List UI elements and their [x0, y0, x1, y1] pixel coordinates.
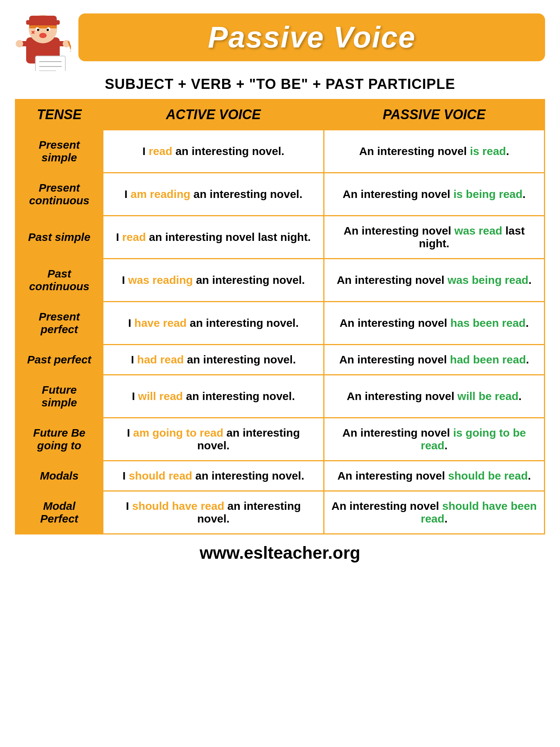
passive-voice-cell: An interesting novel should be read.: [324, 461, 544, 491]
tense-cell: Modals: [16, 461, 103, 491]
active-verb: will read: [138, 390, 183, 402]
tense-cell: Past perfect: [16, 345, 103, 375]
tense-cell: Present simple: [16, 130, 103, 173]
active-voice-cell: I was reading an interesting novel.: [103, 259, 324, 302]
active-voice-cell: I should have read an interesting novel.: [103, 491, 324, 534]
table-row: Modal PerfectI should have read an inter…: [16, 491, 545, 534]
passive-verb: is read: [470, 145, 506, 157]
passive-voice-cell: An interesting novel had been read.: [324, 345, 544, 375]
passive-voice-cell: An interesting novel is going to be read…: [324, 418, 544, 461]
active-verb: should have read: [132, 500, 224, 512]
tense-cell: Modal Perfect: [16, 491, 103, 534]
col-header-passive: PASSIVE VOICE: [324, 100, 544, 130]
active-verb: read: [122, 231, 146, 243]
passive-verb: had been read: [450, 353, 526, 366]
tense-cell: Past simple: [16, 216, 103, 259]
svg-marker-21: [70, 50, 71, 52]
svg-rect-12: [35, 56, 65, 71]
col-header-active: ACTIVE VOICE: [103, 100, 324, 130]
tense-cell: Future simple: [16, 375, 103, 418]
table-row: Past perfectI had read an interesting no…: [16, 345, 545, 375]
active-voice-cell: I have read an interesting novel.: [103, 302, 324, 345]
active-voice-cell: I should read an interesting novel.: [103, 461, 324, 491]
table-row: Future simpleI will read an interesting …: [16, 375, 545, 418]
passive-verb: will be read: [457, 390, 518, 402]
active-verb: should read: [129, 469, 192, 482]
passive-verb: is going to be read: [421, 427, 526, 452]
active-verb: have read: [134, 317, 187, 329]
table-row: Present perfectI have read an interestin…: [16, 302, 545, 345]
svg-point-7: [37, 29, 39, 31]
tense-cell: Present continuous: [16, 173, 103, 216]
active-verb: had read: [137, 353, 184, 366]
passive-verb: was being read: [448, 274, 529, 286]
header-area: Passive Voice: [15, 7, 545, 67]
active-verb: am reading: [131, 188, 190, 200]
passive-verb: was read: [454, 224, 502, 237]
character-illustration: [15, 7, 71, 67]
active-voice-cell: I am reading an interesting novel.: [103, 173, 324, 216]
passive-verb: has been read: [450, 317, 526, 329]
table-row: Past continuousI was reading an interest…: [16, 259, 545, 302]
passive-voice-cell: An interesting novel was being read.: [324, 259, 544, 302]
tense-cell: Past continuous: [16, 259, 103, 302]
passive-voice-cell: An interesting novel should have been re…: [324, 491, 544, 534]
svg-rect-3: [26, 20, 60, 25]
tense-cell: Present perfect: [16, 302, 103, 345]
svg-point-9: [39, 33, 47, 38]
table-header-row: TENSE ACTIVE VOICE PASSIVE VOICE: [16, 100, 545, 130]
passive-voice-cell: An interesting novel is read.: [324, 130, 544, 173]
passive-verb: should have been read: [421, 500, 537, 525]
passive-voice-cell: An interesting novel has been read.: [324, 302, 544, 345]
table-row: Past simpleI read an interesting novel l…: [16, 216, 545, 259]
svg-point-18: [16, 40, 23, 47]
table-row: ModalsI should read an interesting novel…: [16, 461, 545, 491]
active-voice-cell: I read an interesting novel.: [103, 130, 324, 173]
active-verb: am going to read: [133, 427, 224, 439]
active-voice-cell: I will read an interesting novel.: [103, 375, 324, 418]
table-row: Present simpleI read an interesting nove…: [16, 130, 545, 173]
title-banner: Passive Voice: [78, 13, 545, 61]
footer-url: www.eslteacher.org: [200, 543, 360, 563]
active-voice-cell: I read an interesting novel last night.: [103, 216, 324, 259]
svg-point-8: [47, 29, 49, 31]
formula-line: SUBJECT + VERB + "TO BE" + PAST PARTICIP…: [105, 76, 455, 92]
tense-cell: Future Be going to: [16, 418, 103, 461]
table-row: Future Be going toI am going to read an …: [16, 418, 545, 461]
active-verb: was reading: [128, 274, 193, 286]
passive-voice-cell: An interesting novel will be read.: [324, 375, 544, 418]
active-voice-cell: I am going to read an interesting novel.: [103, 418, 324, 461]
passive-voice-cell: An interesting novel was read last night…: [324, 216, 544, 259]
passive-voice-table: TENSE ACTIVE VOICE PASSIVE VOICE Present…: [15, 99, 545, 534]
main-title: Passive Voice: [93, 20, 530, 55]
active-verb: read: [149, 145, 172, 157]
col-header-tense: TENSE: [16, 100, 103, 130]
passive-verb: is being read: [454, 188, 523, 200]
active-voice-cell: I had read an interesting novel.: [103, 345, 324, 375]
table-row: Present continuousI am reading an intere…: [16, 173, 545, 216]
passive-voice-cell: An interesting novel is being read.: [324, 173, 544, 216]
passive-verb: should be read: [448, 469, 528, 482]
svg-rect-4: [29, 25, 57, 28]
